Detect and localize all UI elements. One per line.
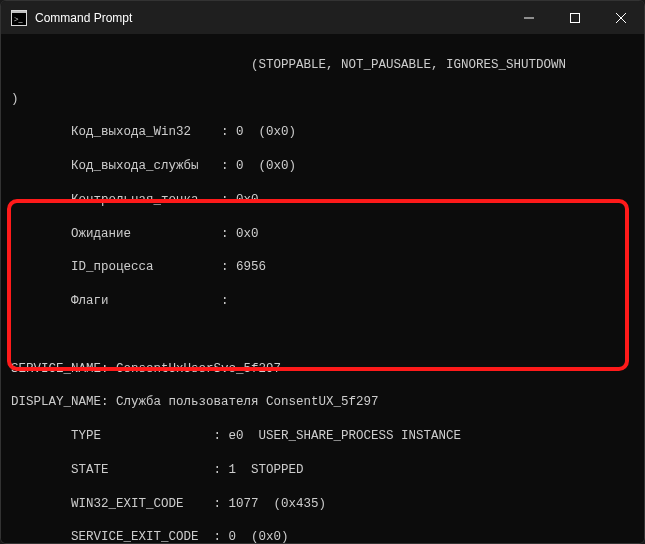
service-name-line: SERVICE_NAME: ConsentUxUserSvc_5f297 (11, 361, 634, 378)
display-name-line: DISPLAY_NAME: Служба пользователя Consen… (11, 394, 634, 411)
command-prompt-window: >_ Command Prompt (STOPPABLE, NOT_PAUSAB… (0, 0, 645, 544)
titlebar[interactable]: >_ Command Prompt (1, 1, 644, 34)
output-line: STATE : 1 STOPPED (11, 462, 634, 479)
output-line: Код_выхода_Win32 : 0 (0x0) (11, 124, 634, 141)
svg-rect-2 (12, 11, 26, 13)
terminal-output[interactable]: (STOPPABLE, NOT_PAUSABLE, IGNORES_SHUTDO… (1, 34, 644, 543)
output-line: (STOPPABLE, NOT_PAUSABLE, IGNORES_SHUTDO… (11, 57, 634, 74)
svg-text:>_: >_ (14, 15, 24, 24)
blank-line (11, 327, 634, 344)
output-line: Контрольная_точка : 0x0 (11, 192, 634, 209)
close-button[interactable] (598, 1, 644, 34)
output-line: ) (11, 91, 634, 108)
cmd-icon: >_ (11, 10, 27, 26)
output-line: WIN32_EXIT_CODE : 1077 (0x435) (11, 496, 634, 513)
output-line: ID_процесса : 6956 (11, 259, 634, 276)
output-line: TYPE : e0 USER_SHARE_PROCESS INSTANCE (11, 428, 634, 445)
maximize-button[interactable] (552, 1, 598, 34)
output-line: Код_выхода_службы : 0 (0x0) (11, 158, 634, 175)
svg-rect-5 (571, 13, 580, 22)
minimize-button[interactable] (506, 1, 552, 34)
window-title: Command Prompt (35, 11, 506, 25)
output-line: SERVICE_EXIT_CODE : 0 (0x0) (11, 529, 634, 543)
window-controls (506, 1, 644, 34)
output-line: Ожидание : 0x0 (11, 226, 634, 243)
output-line: Флаги : (11, 293, 634, 310)
